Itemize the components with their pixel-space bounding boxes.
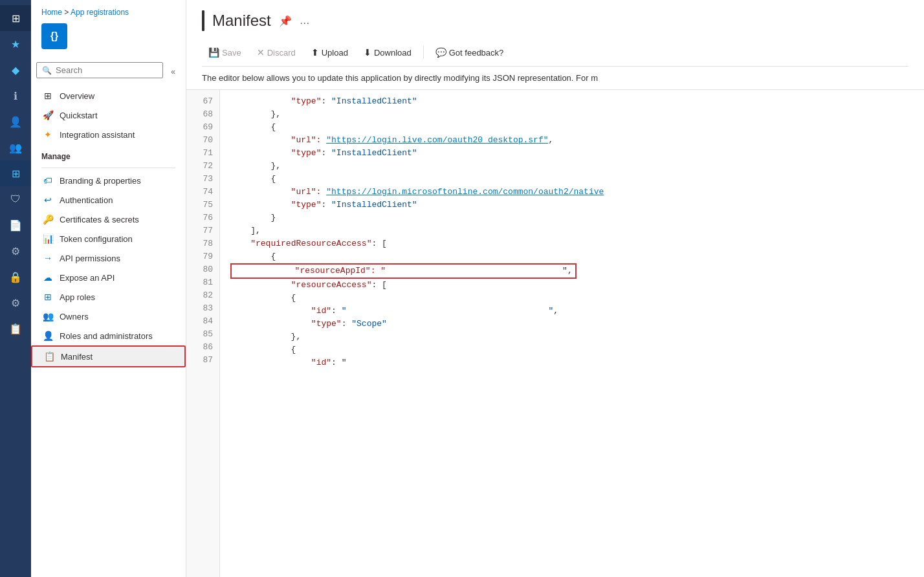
token-icon: 📊 [41,234,54,244]
json-url[interactable]: "https://login.microsoftonline.com/commo… [326,186,604,199]
sidebar: Home > App registrations {} 🔍 « ⊞ Overvi… [31,0,186,577]
line-number: 74 [186,186,219,199]
branding-label: Branding & properties [60,176,141,186]
breadcrumb-current[interactable]: App registrations [71,8,129,17]
code-line: { [230,173,914,186]
json-key: "resourceAppId": " [234,265,386,278]
page-title-row: Manifest 📌 … [202,10,908,31]
copy-nav-icon[interactable]: 📋 [0,316,31,342]
json-key: "url": [230,134,326,147]
code-line: "id": " [230,356,914,369]
shield-nav-icon[interactable]: 🛡 [0,186,31,212]
file-nav-icon[interactable]: 📄 [0,212,31,238]
line-number: 84 [186,315,219,328]
json-end: ", [562,265,573,278]
highlighted-resource-app-id: "resourceAppId": " ", [230,263,577,279]
sidebar-item-owners[interactable]: 👥 Owners [31,307,186,326]
line-number: 69 [186,121,219,134]
users-nav-icon[interactable]: 👥 [0,135,31,160]
sidebar-item-api-permissions[interactable]: → API permissions [31,248,186,268]
lock-nav-icon[interactable]: 🔒 [0,264,31,290]
discard-button[interactable]: ✕ Discard [250,44,302,61]
toolbar-separator [423,46,424,59]
line-number: 87 [186,354,219,367]
json-key: "id" [311,356,331,369]
authentication-label: Authentication [60,195,113,205]
icon-bar: ⊞ ★ ◆ ℹ 👤 👥 ⊞ 🛡 📄 ⚙ 🔒 ⚙ 📋 [0,0,31,577]
quickstart-label: Quickstart [60,111,98,120]
sidebar-item-quickstart[interactable]: 🚀 Quickstart [31,105,186,125]
token-label: Token configuration [60,234,133,244]
save-button[interactable]: 💾 Save [202,44,248,61]
line-number: 80 [186,263,219,276]
sidebar-item-token[interactable]: 📊 Token configuration [31,229,186,248]
owners-label: Owners [60,312,89,321]
pin-icon[interactable]: 📌 [279,15,292,27]
json-key: "type" [291,199,322,212]
app-icon-label: {} [50,30,58,42]
download-icon: ⬇ [364,47,371,58]
manifest-label: Manifest [61,352,93,362]
home-nav-icon[interactable]: ⊞ [0,5,31,31]
sidebar-item-certificates[interactable]: 🔑 Certificates & secrets [31,210,186,229]
main-content: Manifest 📌 … 💾 Save ✕ Discard ⬆ Upload ⬇… [186,0,924,577]
line-number: 71 [186,147,219,160]
authentication-icon: ↩ [41,195,54,205]
download-button[interactable]: ⬇ Download [357,44,418,61]
user-nav-icon[interactable]: 👤 [0,109,31,135]
json-value: "Scope" [351,318,387,331]
code-line: { [230,292,914,305]
json-value: " " [342,305,554,318]
feedback-button[interactable]: 💬 Got feedback? [429,44,511,61]
code-line: }, [230,160,914,173]
settings2-nav-icon[interactable]: ⚙ [0,290,31,316]
sidebar-item-branding[interactable]: 🏷 Branding & properties [31,171,186,190]
gear-nav-icon[interactable]: ⚙ [0,238,31,264]
certificates-icon: 🔑 [41,214,54,224]
main-header: Manifest 📌 … 💾 Save ✕ Discard ⬆ Upload ⬇… [186,0,924,67]
sidebar-item-authentication[interactable]: ↩ Authentication [31,190,186,210]
diamond-nav-icon[interactable]: ◆ [0,57,31,83]
search-box[interactable]: 🔍 [36,62,163,78]
breadcrumb: Home > App registrations [41,8,175,17]
json-value: "InstalledClient" [331,147,417,160]
json-url[interactable]: "https://login.live.com/oauth20_desktop.… [326,134,548,147]
sidebar-item-overview[interactable]: ⊞ Overview [31,86,186,105]
code-line: "requiredResourceAccess": [ [230,237,914,250]
overview-icon: ⊞ [41,91,54,101]
sidebar-item-integration[interactable]: ✦ Integration assistant [31,125,186,144]
roles-admin-icon: 👤 [41,331,54,341]
json-bracket: }, [230,331,301,343]
sidebar-item-roles-admin[interactable]: 👤 Roles and administrators [31,326,186,345]
expose-api-icon: ☁ [41,272,54,283]
feedback-icon: 💬 [435,47,446,58]
sidebar-item-manifest[interactable]: 📋 Manifest [31,345,186,367]
code-content[interactable]: "type": "InstalledClient" }, { "url": "h… [220,90,924,577]
breadcrumb-home[interactable]: Home [41,8,62,17]
search-input[interactable] [56,65,157,75]
branding-icon: 🏷 [41,175,54,186]
json-value: "InstalledClient" [331,95,417,108]
api-permissions-icon: → [41,253,54,263]
sidebar-item-expose-api[interactable]: ☁ Expose an API [31,268,186,287]
sidebar-item-app-roles[interactable]: ⊞ App roles [31,287,186,307]
line-number: 70 [186,134,219,147]
more-options-icon[interactable]: … [300,15,310,27]
json-key: "id" [311,305,331,318]
code-line: { [230,250,914,263]
favorites-nav-icon[interactable]: ★ [0,31,31,57]
json-value[interactable] [386,265,562,278]
code-line: } [230,212,914,224]
info-nav-icon[interactable]: ℹ [0,83,31,109]
app-icon: {} [41,23,67,49]
code-line: "id": " ", [230,305,914,318]
collapse-button[interactable]: « [166,65,181,79]
code-line: "url": "https://login.live.com/oauth20_d… [230,134,914,147]
line-number: 77 [186,224,219,237]
code-line: }, [230,331,914,343]
upload-button[interactable]: ⬆ Upload [305,44,355,61]
code-line: "type": "Scope" [230,318,914,331]
grid-nav-icon[interactable]: ⊞ [0,160,31,186]
code-line: "resourceAppId": " ", [230,263,914,279]
line-number: 83 [186,302,219,315]
